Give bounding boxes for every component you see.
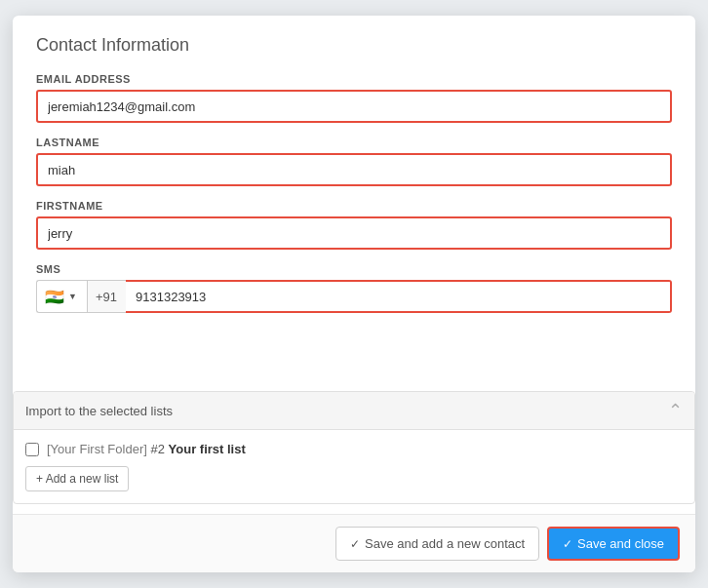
country-code-display: +91 (87, 280, 126, 313)
save-close-button[interactable]: ✓ Save and close (547, 527, 680, 561)
save-add-label: Save and add a new contact (365, 536, 525, 551)
save-close-label: Save and close (577, 536, 664, 551)
email-input[interactable] (36, 90, 672, 123)
lists-header: Import to the selected lists ⌃ (14, 392, 694, 430)
firstname-input[interactable] (36, 216, 672, 250)
modal-footer: ✓ Save and add a new contact ✓ Save and … (13, 514, 695, 572)
lastname-label: LASTNAME (36, 137, 672, 148)
email-label: EMAIL ADDRESS (36, 73, 672, 85)
checkmark-primary-icon: ✓ (563, 537, 572, 551)
country-flag-dropdown[interactable]: 🇮🇳 ▼ (36, 280, 87, 313)
sms-row: 🇮🇳 ▼ +91 (36, 280, 672, 313)
sms-label: SMS (36, 263, 672, 275)
list-checkbox[interactable] (25, 443, 39, 456)
phone-input[interactable] (126, 280, 672, 313)
list-item-row: [Your First Folder] #2 Your first list (25, 442, 683, 456)
modal-title: Contact Information (36, 35, 672, 56)
lastname-input[interactable] (36, 153, 672, 186)
firstname-label: FIRSTNAME (36, 200, 672, 212)
dropdown-caret-icon: ▼ (68, 292, 77, 301)
modal-body: Contact Information EMAIL ADDRESS LASTNA… (13, 16, 695, 381)
spacer (36, 327, 672, 366)
add-list-button[interactable]: + Add a new list (25, 466, 129, 491)
lists-section: Import to the selected lists ⌃ [Your Fir… (13, 391, 695, 504)
list-name: Your first list (169, 442, 246, 456)
scroll-indicator: ⌃ (668, 400, 683, 421)
list-folder-label: [Your First Folder] (47, 442, 147, 456)
lastname-group: LASTNAME (36, 137, 672, 186)
checkmark-icon: ✓ (350, 537, 360, 551)
list-number: #2 (150, 442, 164, 456)
contact-modal: Contact Information EMAIL ADDRESS LASTNA… (13, 16, 695, 572)
email-group: EMAIL ADDRESS (36, 73, 672, 123)
save-add-button[interactable]: ✓ Save and add a new contact (335, 527, 539, 561)
lists-body: [Your First Folder] #2 Your first list +… (14, 430, 694, 503)
firstname-group: FIRSTNAME (36, 200, 672, 250)
india-flag-icon: 🇮🇳 (45, 288, 64, 306)
sms-group: SMS 🇮🇳 ▼ +91 (36, 263, 672, 313)
lists-header-label: Import to the selected lists (25, 404, 173, 418)
list-item-label: [Your First Folder] #2 Your first list (47, 442, 246, 456)
